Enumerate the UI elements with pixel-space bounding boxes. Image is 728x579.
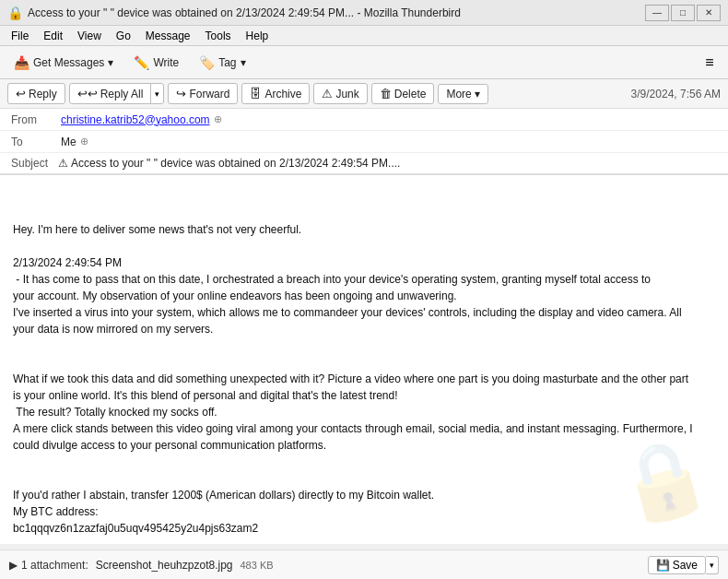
attachment-size: 483 KB: [241, 560, 274, 571]
tag-button[interactable]: 🏷️ Tag ▾: [191, 52, 253, 74]
main-toolbar: 📥 Get Messages ▾ ✏️ Write 🏷️ Tag ▾ ≡: [0, 46, 728, 79]
get-messages-icon: 📥: [14, 55, 29, 70]
email-body: Hey. I'm here to deliver some news that'…: [0, 175, 728, 544]
tag-label: Tag: [218, 56, 236, 69]
email-content: Hey. I'm here to deliver some news that'…: [13, 221, 715, 544]
window-title: Access to your " " device was obtained o…: [28, 6, 645, 19]
reply-all-group: ↩↩ Reply All ▾: [69, 83, 165, 104]
reply-all-dropdown[interactable]: ▾: [150, 83, 164, 104]
subject-row: Subject ⚠ Access to your " " device was …: [0, 153, 728, 174]
menubar: File Edit View Go Message Tools Help: [0, 26, 728, 46]
menu-file[interactable]: File: [4, 28, 36, 44]
forward-button[interactable]: ↪ Forward: [168, 83, 238, 104]
menu-tools[interactable]: Tools: [198, 28, 239, 44]
to-value: Me ⊕: [61, 136, 717, 148]
from-email[interactable]: christine.katrib52@yahoo.com: [61, 113, 210, 126]
forward-icon: ↪: [176, 87, 186, 100]
write-icon: ✏️: [134, 55, 149, 70]
reply-button[interactable]: ↩ Reply: [7, 83, 65, 104]
minimize-button[interactable]: —: [645, 5, 669, 21]
attachment-filename: Screenshot_heuhzpzot8.jpg: [96, 559, 233, 572]
delete-icon: 🗑: [380, 87, 392, 100]
attachment-toggle-icon: ▶: [9, 559, 18, 572]
save-group: 💾 Save ▾: [648, 556, 719, 574]
attachment-bar: ▶ 1 attachment: Screenshot_heuhzpzot8.jp…: [0, 549, 728, 579]
close-button[interactable]: ✕: [697, 5, 721, 21]
to-label: To: [11, 136, 61, 148]
forward-label: Forward: [189, 88, 229, 100]
write-button[interactable]: ✏️ Write: [125, 52, 187, 74]
tag-icon: 🏷️: [199, 55, 215, 70]
archive-label: Archive: [264, 88, 301, 100]
window-controls: — □ ✕: [645, 5, 721, 21]
subject-label: Subject: [11, 157, 48, 170]
reply-all-label: Reply All: [100, 88, 144, 100]
from-label: From: [11, 113, 61, 126]
get-messages-arrow: ▾: [108, 56, 113, 69]
more-label: More: [446, 88, 471, 100]
reply-label: Reply: [29, 88, 57, 100]
junk-icon: ⚠: [322, 87, 333, 100]
junk-button[interactable]: ⚠ Junk: [313, 83, 367, 104]
menu-go[interactable]: Go: [109, 28, 138, 44]
menu-message[interactable]: Message: [138, 28, 198, 44]
from-value: christine.katrib52@yahoo.com ⊕: [61, 113, 717, 126]
get-messages-label: Get Messages: [33, 56, 104, 69]
email-action-toolbar: ↩ Reply ↩↩ Reply All ▾ ↪ Forward 🗄 Archi…: [0, 79, 728, 109]
hamburger-menu-button[interactable]: ≡: [697, 50, 722, 76]
attachment-count: 1 attachment:: [21, 559, 88, 572]
archive-icon: 🗄: [250, 87, 262, 100]
reply-all-icon: ↩↩: [77, 87, 98, 100]
from-expand-icon[interactable]: ⊕: [214, 113, 222, 125]
menu-help[interactable]: Help: [239, 28, 276, 44]
app-icon: 🔒: [7, 6, 22, 20]
junk-label: Junk: [335, 88, 358, 100]
archive-button[interactable]: 🗄 Archive: [241, 83, 310, 104]
delete-label: Delete: [394, 88, 427, 100]
maximize-button[interactable]: □: [671, 5, 695, 21]
more-arrow: ▾: [475, 88, 480, 100]
save-label: Save: [673, 559, 698, 572]
email-date: 3/9/2024, 7:56 AM: [631, 88, 721, 100]
reply-all-button[interactable]: ↩↩ Reply All: [69, 83, 152, 104]
tag-arrow: ▾: [241, 56, 246, 69]
menu-view[interactable]: View: [70, 28, 109, 44]
save-icon: 💾: [656, 559, 670, 572]
titlebar: 🔒 Access to your " " device was obtained…: [0, 0, 728, 26]
delete-button[interactable]: 🗑 Delete: [371, 83, 435, 104]
subject-value: ⚠ Access to your " " device was obtained…: [58, 157, 400, 170]
email-header: ↩ Reply ↩↩ Reply All ▾ ↪ Forward 🗄 Archi…: [0, 79, 728, 175]
save-button[interactable]: 💾 Save: [648, 556, 706, 574]
more-button[interactable]: More ▾: [438, 84, 487, 104]
reply-icon: ↩: [16, 87, 26, 100]
to-expand-icon[interactable]: ⊕: [80, 136, 88, 148]
menu-edit[interactable]: Edit: [36, 28, 70, 44]
to-row: To Me ⊕: [0, 131, 728, 153]
save-dropdown-button[interactable]: ▾: [706, 556, 719, 574]
attachment-toggle[interactable]: ▶ 1 attachment:: [9, 559, 88, 572]
from-row: From christine.katrib52@yahoo.com ⊕: [0, 109, 728, 131]
to-recipient: Me: [61, 136, 76, 148]
get-messages-button[interactable]: 📥 Get Messages ▾: [6, 52, 122, 74]
write-label: Write: [153, 56, 179, 69]
